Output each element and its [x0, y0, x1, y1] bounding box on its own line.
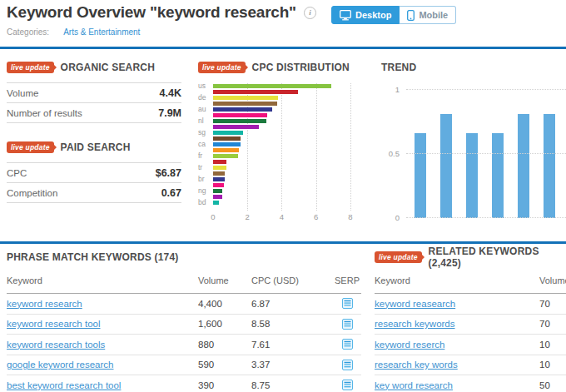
desktop-icon	[340, 10, 351, 21]
country-label: nl	[198, 118, 210, 124]
keyword-link[interactable]: research keywords	[375, 319, 539, 329]
country-label: fr	[198, 153, 210, 159]
live-update-badge: live update	[375, 251, 422, 263]
phrase-match-table: PHRASE MATCH KEYWORDS (174) Keyword Volu…	[7, 251, 361, 392]
x-tick-label: 2	[246, 212, 250, 221]
serp-icon[interactable]	[342, 360, 353, 370]
stat-row: Number of results7.9M	[7, 103, 181, 123]
keyword-link[interactable]: keyword reasearch	[375, 299, 539, 309]
paid-search-heading: PAID SEARCH	[61, 141, 131, 153]
live-update-badge: live update	[198, 62, 246, 73]
table-row: keyword research tools8807.61	[7, 335, 361, 355]
trend-bar	[544, 114, 555, 218]
cpc-bar	[213, 183, 224, 187]
cpc-x-axis: 02468	[198, 212, 371, 224]
serp-icon[interactable]	[342, 298, 353, 309]
serp-cell	[333, 298, 361, 309]
stat-label: Number of results	[7, 108, 82, 118]
serp-icon[interactable]	[342, 319, 353, 330]
col-keyword: Keyword	[375, 275, 539, 285]
trend-panel: TREND 00.51	[381, 62, 566, 218]
table-row: keyword research tool1,6008.58	[7, 315, 361, 335]
cpc-bar-row: bd	[198, 200, 371, 206]
trend-bar	[440, 114, 452, 218]
stat-row: CPC$6.87	[7, 163, 181, 183]
organic-search-panel: live update ORGANIC SEARCH Volume4.4KNum…	[7, 62, 181, 123]
keyword-link[interactable]: research key words	[375, 360, 539, 370]
keyword-link[interactable]: keyword research tool	[7, 319, 198, 329]
cpc-bar-row: fr	[198, 153, 371, 159]
cpc-bar	[213, 160, 226, 164]
keyword-link[interactable]: key word research	[375, 380, 539, 390]
organic-search-stats: Volume4.4KNumber of results7.9M	[7, 82, 181, 123]
stat-row: Competition0.67	[7, 183, 181, 203]
desktop-button[interactable]: Desktop	[331, 6, 400, 24]
trend-bar	[518, 114, 529, 218]
mobile-button-label: Mobile	[419, 10, 448, 20]
country-label: ng	[198, 188, 210, 194]
cpc-cell: 8.58	[251, 319, 333, 329]
country-label: br	[198, 176, 210, 182]
related-keywords-rows: keyword reasearch70research keywords70ke…	[375, 294, 566, 392]
cpc-bar	[213, 131, 243, 135]
cpc-bar	[213, 195, 222, 199]
x-tick-label: 0	[211, 212, 215, 221]
x-tick-label: 4	[280, 212, 284, 221]
volume-cell: 880	[198, 340, 251, 350]
keyword-link[interactable]: keyword research tools	[7, 340, 198, 350]
info-icon[interactable]: i	[304, 7, 316, 19]
gridline	[406, 89, 566, 90]
gridline	[406, 217, 566, 218]
cpc-cell: 6.87	[251, 299, 333, 309]
stat-label: CPC	[7, 168, 27, 178]
volume-cell: 10	[539, 340, 566, 350]
cpc-bar	[213, 84, 331, 88]
keyword-link[interactable]: best keyword research tool	[7, 380, 198, 390]
cpc-bar	[213, 171, 225, 176]
cpc-distribution-chart: usdeaunlsgcafrtrbrngbd	[198, 83, 371, 206]
gridline	[406, 153, 566, 154]
col-volume: Volume	[198, 275, 251, 285]
desktop-button-label: Desktop	[355, 10, 391, 20]
country-label: tr	[198, 165, 210, 171]
keyword-overview-page: Keyword Overview "keyword research" i De…	[0, 0, 566, 392]
cpc-bar	[213, 107, 272, 112]
serp-icon[interactable]	[342, 339, 353, 350]
cpc-bar-row	[198, 182, 371, 188]
live-update-badge: live update	[7, 62, 54, 73]
country-label: sg	[198, 130, 210, 136]
trend-chart: 00.51	[406, 90, 566, 218]
stat-label: Competition	[7, 188, 57, 198]
category-link[interactable]: Arts & Entertainment	[63, 27, 140, 37]
trend-bar	[415, 133, 426, 218]
cpc-bar-row: br	[198, 176, 371, 182]
x-tick-label: 6	[314, 212, 318, 221]
col-serp: SERP	[333, 275, 361, 285]
cpc-bar-row	[198, 136, 371, 141]
cpc-cell: 8.75	[251, 380, 333, 390]
cpc-bar	[213, 148, 239, 152]
col-keyword: Keyword	[7, 275, 198, 285]
categories-label: Categories:	[7, 27, 49, 37]
cpc-bar	[213, 136, 241, 141]
serp-icon[interactable]	[342, 380, 353, 390]
cpc-bar-row: ng	[198, 188, 371, 194]
cpc-bar	[213, 102, 277, 106]
cpc-bar-row: sg	[198, 130, 371, 136]
cpc-bar-row	[198, 171, 371, 176]
mobile-button[interactable]: Mobile	[400, 6, 456, 24]
cpc-distribution-heading: CPC DISTRIBUTION	[252, 62, 350, 73]
cpc-bar	[213, 119, 266, 123]
table-row: key word research50	[375, 375, 566, 392]
serp-cell	[333, 380, 361, 390]
keyword-link[interactable]: keyword research	[7, 299, 198, 309]
volume-cell: 1,600	[198, 319, 251, 329]
cpc-bar-row: de	[198, 95, 371, 101]
keyword-link[interactable]: google keyword research	[7, 360, 198, 370]
related-keywords-heading: RELATED KEYWORDS (2,425)	[429, 246, 566, 269]
volume-cell: 70	[539, 319, 566, 329]
keyword-link[interactable]: keyword reserch	[375, 340, 539, 350]
phrase-match-heading: PHRASE MATCH KEYWORDS (174)	[7, 251, 179, 263]
cpc-bar	[213, 125, 259, 129]
paid-search-panel: live update PAID SEARCH CPC$6.87Competit…	[7, 141, 181, 203]
